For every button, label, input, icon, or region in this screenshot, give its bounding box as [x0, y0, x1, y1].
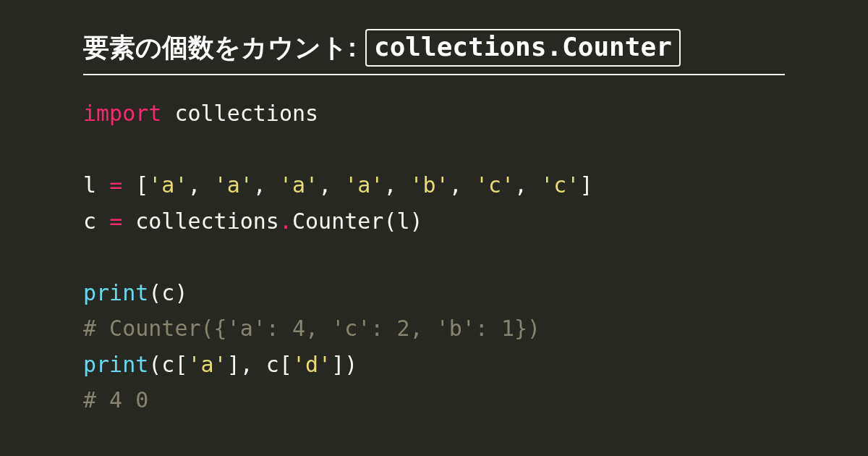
code-token: =	[109, 172, 122, 198]
code-line: print(c['a'], c['d'])	[83, 352, 357, 377]
code-token: 'a'	[344, 172, 383, 198]
title-label: 要素の個数をカウント:	[83, 30, 357, 66]
code-token: 'c'	[540, 172, 579, 198]
code-line: import collections	[83, 101, 318, 126]
code-line: c = collections.Counter(l)	[83, 208, 423, 234]
code-token: ,	[514, 172, 540, 198]
code-token: ,	[318, 172, 344, 198]
code-token: l	[83, 172, 109, 198]
code-token: Counter	[292, 208, 383, 234]
code-token	[122, 172, 135, 198]
code-token: ], c[	[227, 352, 292, 377]
code-token: 'a'	[148, 172, 187, 198]
code-token: 'b'	[410, 172, 449, 198]
code-token: collections	[122, 208, 279, 234]
code-token: ])	[331, 352, 357, 377]
code-token: ,	[253, 172, 279, 198]
code-token: ,	[449, 172, 475, 198]
code-line	[83, 137, 96, 162]
code-token: print	[83, 280, 148, 305]
code-token: ,	[383, 172, 409, 198]
code-token: 'a'	[214, 172, 253, 198]
code-line: # 4 0	[83, 387, 148, 413]
code-token: (c[	[148, 352, 187, 377]
code-line	[83, 244, 96, 269]
code-token: c	[83, 208, 109, 234]
code-token: (c)	[148, 280, 187, 305]
code-token: 'd'	[292, 352, 331, 377]
code-token: ,	[188, 172, 214, 198]
code-token: 'c'	[475, 172, 514, 198]
code-token: # Counter({'a': 4, 'c': 2, 'b': 1})	[83, 316, 540, 341]
code-token: print	[83, 352, 148, 377]
code-token: ]	[579, 172, 592, 198]
code-line: # Counter({'a': 4, 'c': 2, 'b': 1})	[83, 316, 540, 341]
code-token: import	[83, 101, 161, 126]
title-header: 要素の個数をカウント: collections.Counter	[83, 29, 785, 75]
code-token: 'a'	[188, 352, 227, 377]
code-token: # 4 0	[83, 387, 148, 413]
code-token: collections	[161, 101, 318, 126]
code-token: (l)	[383, 208, 422, 234]
code-token: [	[135, 172, 148, 198]
code-token: =	[109, 208, 122, 234]
title-code-badge: collections.Counter	[365, 29, 681, 67]
code-block: import collections l = ['a', 'a', 'a', '…	[83, 96, 785, 418]
code-line: l = ['a', 'a', 'a', 'a', 'b', 'c', 'c']	[83, 172, 592, 198]
code-line: print(c)	[83, 280, 188, 305]
code-token: .	[279, 208, 292, 234]
code-token: 'a'	[279, 172, 318, 198]
